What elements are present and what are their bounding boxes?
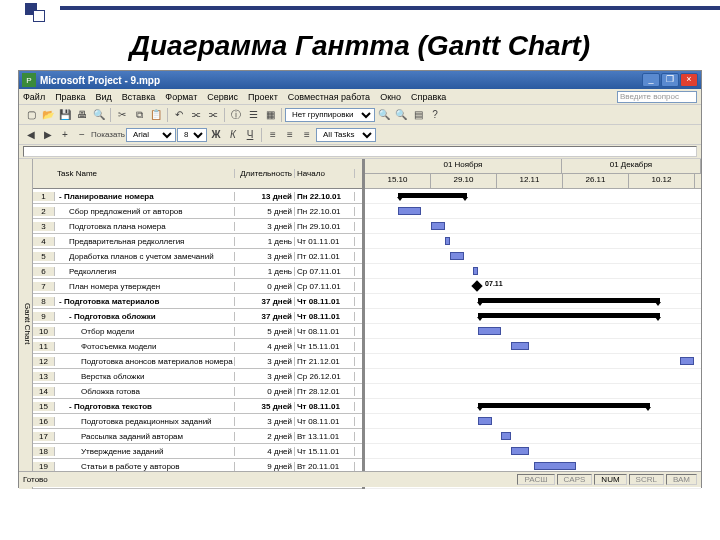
status-scrl: SCRL (629, 474, 664, 485)
underline-icon[interactable]: Ч (242, 127, 258, 143)
print-icon[interactable]: 🖶 (74, 107, 90, 123)
menu-collab[interactable]: Совместная работа (288, 92, 370, 102)
info-icon[interactable]: ⓘ (228, 107, 244, 123)
col-duration[interactable]: Длительность (235, 169, 295, 178)
outdent-icon[interactable]: ◀ (23, 127, 39, 143)
preview-icon[interactable]: 🔍 (91, 107, 107, 123)
gantt-row (365, 324, 701, 339)
task-icon[interactable]: ☰ (245, 107, 261, 123)
close-button[interactable]: × (680, 73, 698, 87)
indent-icon[interactable]: ▶ (40, 127, 56, 143)
table-row[interactable]: 5Доработка планов с учетом замечаний3 дн… (33, 249, 362, 264)
menu-edit[interactable]: Правка (55, 92, 85, 102)
menu-insert[interactable]: Вставка (122, 92, 155, 102)
table-row[interactable]: 7План номера утвержден0 днейСр 07.11.01 (33, 279, 362, 294)
maximize-button[interactable]: ❐ (661, 73, 679, 87)
table-row[interactable]: 11Фотосъемка модели4 днейЧт 15.11.01 (33, 339, 362, 354)
cut-icon[interactable]: ✂ (114, 107, 130, 123)
summary-bar[interactable] (398, 193, 467, 198)
table-row[interactable]: 15- Подготовка текстов35 днейЧт 08.11.01 (33, 399, 362, 414)
summary-bar[interactable] (478, 313, 660, 318)
table-row[interactable]: 9- Подготовка обложки37 днейЧт 08.11.01 (33, 309, 362, 324)
gantt-row (365, 444, 701, 459)
table-row[interactable]: 16Подготовка редакционных заданий3 днейЧ… (33, 414, 362, 429)
show-label[interactable]: Показать (91, 127, 125, 143)
menu-window[interactable]: Окно (380, 92, 401, 102)
task-bar[interactable] (501, 432, 510, 440)
new-icon[interactable]: ▢ (23, 107, 39, 123)
zoomin-icon[interactable]: 🔍 (376, 107, 392, 123)
task-bar[interactable] (450, 252, 464, 260)
gantt-row (365, 294, 701, 309)
bold-icon[interactable]: Ж (208, 127, 224, 143)
table-row[interactable]: 17Рассылка заданий авторам2 днейВт 13.11… (33, 429, 362, 444)
table-row[interactable]: 18Утверждение заданий4 днейЧт 15.11.01 (33, 444, 362, 459)
open-icon[interactable]: 📂 (40, 107, 56, 123)
menu-help[interactable]: Справка (411, 92, 446, 102)
menu-file[interactable]: Файл (23, 92, 45, 102)
table-row[interactable]: 12Подготовка анонсов материалов номера д… (33, 354, 362, 369)
gantt-row (365, 264, 701, 279)
copy-icon[interactable]: ⧉ (131, 107, 147, 123)
month-label: 01 Декабря (562, 159, 701, 173)
align-left-icon[interactable]: ≡ (265, 127, 281, 143)
task-bar[interactable] (398, 207, 422, 215)
table-row[interactable]: 6Редколлегия1 деньСр 07.11.01 (33, 264, 362, 279)
status-num: NUM (594, 474, 626, 485)
zoomout-icon[interactable]: 🔍 (393, 107, 409, 123)
task-bar[interactable] (445, 237, 450, 245)
tick-label: 15.10 (365, 174, 431, 188)
status-ready: Готово (23, 475, 48, 484)
app-icon: P (22, 73, 36, 87)
table-row[interactable]: 3Подготовка плана номера3 днейПн 29.10.0… (33, 219, 362, 234)
help-icon[interactable]: ? (427, 107, 443, 123)
table-body: 1- Планирование номера13 днейПн 22.10.01… (33, 189, 362, 489)
align-right-icon[interactable]: ≡ (299, 127, 315, 143)
col-name[interactable]: Task Name (55, 169, 235, 178)
task-bar[interactable] (511, 447, 530, 455)
table-row[interactable]: 1- Планирование номера13 днейПн 22.10.01 (33, 189, 362, 204)
minimize-button[interactable]: _ (642, 73, 660, 87)
filter-select[interactable]: All Tasks (316, 128, 376, 142)
col-start[interactable]: Начало (295, 169, 355, 178)
view-bar[interactable]: Gantt Chart (19, 159, 33, 489)
summary-bar[interactable] (478, 403, 651, 408)
table-row[interactable]: 8- Подготовка материалов37 днейЧт 08.11.… (33, 294, 362, 309)
summary-bar[interactable] (478, 298, 660, 303)
menu-project[interactable]: Проект (248, 92, 278, 102)
italic-icon[interactable]: К (225, 127, 241, 143)
task-bar[interactable] (478, 327, 502, 335)
menu-format[interactable]: Формат (165, 92, 197, 102)
gantt-row (365, 429, 701, 444)
entry-input[interactable] (23, 146, 697, 157)
menu-tools[interactable]: Сервис (207, 92, 238, 102)
gantt-icon[interactable]: ▤ (410, 107, 426, 123)
menu-view[interactable]: Вид (96, 92, 112, 102)
task-bar[interactable] (431, 222, 445, 230)
save-icon[interactable]: 💾 (57, 107, 73, 123)
undo-icon[interactable]: ↶ (171, 107, 187, 123)
align-center-icon[interactable]: ≡ (282, 127, 298, 143)
task-bar[interactable] (511, 342, 530, 350)
task-bar[interactable] (478, 417, 492, 425)
font-select[interactable]: Arial (126, 128, 176, 142)
link-icon[interactable]: ⫘ (188, 107, 204, 123)
table-row[interactable]: 4Предварительная редколлегия1 деньЧт 01.… (33, 234, 362, 249)
group-select[interactable]: Нет группировки (285, 108, 375, 122)
gantt-chart[interactable]: 01 Ноября 01 Декабря 15.1029.1012.1126.1… (365, 159, 701, 489)
paste-icon[interactable]: 📋 (148, 107, 164, 123)
milestone-icon[interactable] (471, 280, 482, 291)
table-row[interactable]: 10Отбор модели5 днейЧт 08.11.01 (33, 324, 362, 339)
unlink-icon[interactable]: ⫘ (205, 107, 221, 123)
task-bar[interactable] (534, 462, 576, 470)
task-bar[interactable] (473, 267, 478, 275)
table-row[interactable]: 14Обложка готова0 днейПт 28.12.01 (33, 384, 362, 399)
goto-icon[interactable]: ▦ (262, 107, 278, 123)
task-bar[interactable] (680, 357, 694, 365)
size-select[interactable]: 8 (177, 128, 207, 142)
help-search-input[interactable] (617, 91, 697, 103)
showsub-icon[interactable]: + (57, 127, 73, 143)
hidesub-icon[interactable]: − (74, 127, 90, 143)
table-row[interactable]: 13Верстка обложки3 днейСр 26.12.01 (33, 369, 362, 384)
table-row[interactable]: 2Сбор предложений от авторов5 днейПн 22.… (33, 204, 362, 219)
